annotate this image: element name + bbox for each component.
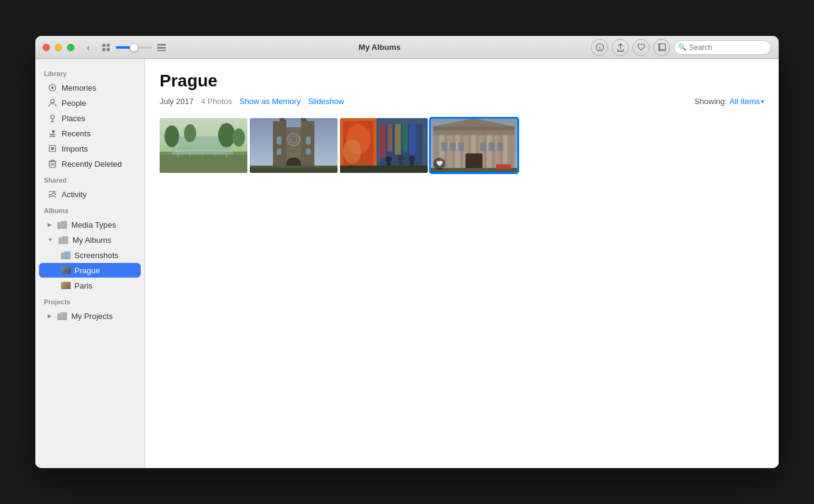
library-section-label: Library: [35, 65, 144, 80]
svg-rect-43: [250, 168, 338, 173]
photo-thumb-2[interactable]: [250, 118, 338, 173]
svg-point-13: [51, 115, 54, 119]
crop-button[interactable]: [653, 39, 670, 56]
sidebar-item-recently-deleted-label: Recently Deleted: [62, 159, 122, 169]
sidebar-item-memories[interactable]: Memories: [39, 80, 141, 95]
album-date: July 2017: [160, 97, 194, 106]
sidebar-item-activity[interactable]: Activity: [39, 187, 141, 201]
photo-image-1: [160, 118, 247, 173]
svg-point-25: [165, 125, 179, 147]
sidebar-item-recents-label: Recents: [62, 129, 91, 138]
heart-badge-4: [433, 158, 445, 170]
svg-rect-58: [388, 124, 392, 152]
media-types-chevron: ▶: [48, 222, 52, 228]
my-projects-folder-icon: [57, 311, 67, 321]
search-input[interactable]: [674, 40, 771, 55]
sidebar-item-prague[interactable]: Prague: [39, 263, 141, 278]
sidebar-item-my-projects[interactable]: ▶ My Projects: [39, 309, 141, 323]
photo-thumb-3[interactable]: [340, 118, 428, 173]
detail-view-button[interactable]: [155, 42, 168, 53]
my-albums-chevron: ▼: [48, 237, 53, 243]
recently-deleted-icon: [48, 159, 57, 169]
svg-point-53: [398, 155, 404, 161]
sidebar-item-prague-label: Prague: [74, 266, 100, 275]
prague-album-thumb: [61, 265, 71, 275]
photo-image-3: [340, 118, 428, 173]
svg-point-51: [386, 156, 392, 163]
shared-section-label: Shared: [35, 172, 144, 186]
sidebar-item-paris-label: Paris: [74, 281, 93, 290]
media-types-folder-icon: [57, 220, 67, 229]
memories-icon: [48, 83, 57, 93]
back-button[interactable]: ‹: [82, 41, 95, 54]
sidebar-item-recently-deleted[interactable]: Recently Deleted: [39, 156, 141, 171]
album-title: Prague: [160, 71, 218, 91]
titlebar: ‹ My Albums i: [35, 36, 779, 59]
svg-rect-32: [301, 121, 314, 170]
app-window: ‹ My Albums i: [35, 36, 779, 468]
svg-rect-62: [340, 166, 428, 173]
sidebar-item-recents[interactable]: Recents: [39, 126, 141, 141]
photo-thumb-1[interactable]: [160, 118, 247, 173]
svg-point-55: [409, 156, 415, 162]
svg-rect-2: [102, 48, 105, 51]
sidebar-item-places[interactable]: Places: [39, 111, 141, 125]
showing-dropdown[interactable]: All Items ▾: [729, 97, 764, 106]
toolbar-right: i 🔍: [591, 39, 771, 56]
svg-rect-40: [277, 149, 281, 155]
sidebar-item-imports[interactable]: Imports: [39, 141, 141, 156]
minimize-button[interactable]: [55, 44, 62, 51]
sidebar-item-people-label: People: [62, 99, 86, 108]
svg-rect-82: [489, 142, 495, 151]
svg-rect-60: [403, 124, 408, 152]
svg-rect-5: [157, 47, 166, 49]
sidebar-item-media-types-label: Media Types: [71, 220, 116, 229]
svg-rect-23: [160, 155, 247, 173]
show-as-memory-link[interactable]: Show as Memory: [239, 97, 300, 106]
maximize-button[interactable]: [67, 44, 74, 51]
svg-rect-67: [455, 135, 460, 173]
favorite-button[interactable]: [632, 39, 649, 56]
svg-rect-59: [395, 124, 401, 155]
main-content: Library Memories People Places: [35, 59, 779, 468]
info-button[interactable]: i: [591, 39, 608, 56]
activity-icon: [48, 189, 57, 199]
svg-rect-39: [306, 136, 311, 145]
svg-rect-15: [49, 136, 55, 137]
share-button[interactable]: [612, 39, 629, 56]
svg-rect-66: [447, 135, 452, 173]
svg-point-26: [184, 124, 196, 142]
screenshots-folder-icon: [61, 250, 71, 260]
showing-value: All Items: [729, 97, 760, 106]
sidebar-item-paris[interactable]: Paris: [39, 278, 141, 293]
grid-view-button[interactable]: [100, 42, 113, 53]
svg-text:i: i: [599, 45, 600, 51]
showing-control: Showing: All Items ▾: [695, 97, 764, 106]
recents-icon: [48, 128, 57, 138]
content-area: Prague July 2017 4 Photos Show as Memory…: [145, 59, 779, 468]
svg-rect-81: [480, 142, 486, 151]
svg-rect-79: [450, 142, 456, 151]
sidebar-item-screenshots[interactable]: Screenshots: [39, 248, 141, 262]
slideshow-link[interactable]: Slideshow: [308, 97, 344, 106]
svg-rect-57: [380, 124, 386, 158]
close-button[interactable]: [43, 44, 50, 51]
svg-rect-31: [273, 121, 286, 170]
svg-point-27: [218, 123, 235, 147]
svg-rect-78: [441, 142, 447, 151]
album-photo-count: 4 Photos: [201, 97, 232, 106]
sidebar-item-my-albums[interactable]: ▼ My Albums: [39, 233, 141, 247]
svg-rect-38: [277, 136, 281, 145]
photo-thumb-4[interactable]: [430, 118, 518, 173]
zoom-slider[interactable]: [116, 46, 152, 49]
albums-section-label: Albums: [35, 202, 144, 217]
sidebar-item-media-types[interactable]: ▶ Media Types: [39, 217, 141, 232]
sidebar-item-imports-label: Imports: [62, 144, 88, 153]
sidebar-item-memories-label: Memories: [62, 83, 96, 93]
window-title: My Albums: [168, 43, 591, 52]
sidebar-item-places-label: Places: [62, 114, 85, 123]
sidebar-item-screenshots-label: Screenshots: [74, 251, 118, 260]
photo-image-2: [250, 118, 338, 173]
svg-rect-83: [497, 142, 503, 151]
sidebar-item-people[interactable]: People: [39, 96, 141, 110]
